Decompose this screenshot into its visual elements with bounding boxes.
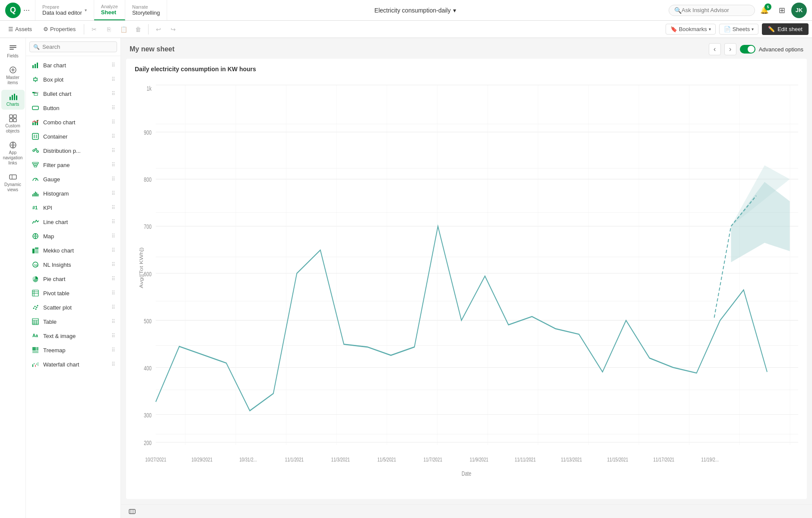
chart-item-distribution[interactable]: Distribution p... ⠿	[28, 144, 119, 158]
bookmarks-button[interactable]: 🔖 Bookmarks ▾	[666, 24, 716, 35]
app-title[interactable]: Electricity consumption-daily ▾	[374, 7, 457, 14]
sidebar-item-app-nav[interactable]: App navigation links	[1, 138, 25, 168]
notifications-button[interactable]: 🔔 5	[757, 3, 772, 18]
sidebar-item-custom-objects[interactable]: Custom objects	[1, 111, 25, 136]
chart-item-table[interactable]: Table ⠿	[28, 315, 119, 328]
sidebar-item-fields[interactable]: Fields	[1, 41, 25, 61]
sidebar-item-charts[interactable]: Charts	[1, 90, 25, 110]
gauge-drag-handle[interactable]: ⠿	[111, 176, 115, 182]
scatter-plot-drag-handle[interactable]: ⠿	[111, 304, 115, 310]
svg-text:10/27/2021: 10/27/2021	[145, 457, 166, 463]
text-image-drag-handle[interactable]: ⠿	[111, 333, 115, 339]
insight-advisor-search[interactable]: 🔍	[669, 5, 755, 16]
nav-dots-menu[interactable]: ···	[23, 6, 30, 15]
svg-rect-72	[36, 347, 38, 351]
qlik-logo[interactable]: Q	[5, 3, 21, 18]
sidebar-item-master-items[interactable]: Master items	[1, 63, 25, 88]
user-avatar[interactable]: JK	[791, 3, 807, 18]
search-icon: 🔍	[674, 7, 682, 14]
svg-point-36	[35, 148, 37, 150]
custom-objects-icon	[9, 114, 17, 123]
chart-item-mekko[interactable]: Mekko chart ⠿	[28, 243, 119, 257]
map-drag-handle[interactable]: ⠿	[111, 233, 115, 239]
advanced-options-toggle[interactable]	[740, 45, 755, 54]
svg-rect-6	[10, 97, 11, 100]
tab-analyze[interactable]: Analyze Sheet	[94, 0, 125, 20]
chart-item-pie[interactable]: Pie chart ⠿	[28, 272, 119, 286]
chart-item-box-plot[interactable]: Box plot ⠿	[28, 73, 119, 86]
svg-rect-117	[129, 509, 135, 514]
dynamic-views-icon	[9, 173, 17, 181]
chart-item-filter-pane[interactable]: Filter pane ⠿	[28, 158, 119, 172]
chart-item-scatter[interactable]: Scatter plot ⠿	[28, 300, 119, 314]
chart-item-line[interactable]: Line chart ⠿	[28, 215, 119, 229]
chart-item-histogram[interactable]: Histogram ⠿	[28, 186, 119, 200]
chart-item-treemap[interactable]: Treemap ⠿	[28, 343, 119, 357]
bullet-chart-drag-handle[interactable]: ⠿	[111, 91, 115, 97]
nl-insights-drag-handle[interactable]: ⠿	[111, 262, 115, 268]
tab-prepare[interactable]: Prepare Data load editor ▾	[35, 0, 94, 20]
cut-button[interactable]: ✂	[88, 23, 101, 36]
assets-icon: ☰	[8, 26, 13, 32]
insight-advisor-input[interactable]	[682, 7, 742, 13]
combo-chart-drag-handle[interactable]: ⠿	[111, 119, 115, 125]
redo-button[interactable]: ↪	[167, 23, 180, 36]
copy-button[interactable]: ⎘	[102, 23, 115, 36]
chart-item-kpi[interactable]: #1 KPI ⠿	[28, 201, 119, 215]
bullet-chart-icon	[31, 89, 40, 98]
chart-item-map[interactable]: Map ⠿	[28, 229, 119, 243]
charts-search-box[interactable]: 🔍	[29, 41, 117, 52]
bottom-panel-icon[interactable]	[126, 505, 138, 518]
box-plot-drag-handle[interactable]: ⠿	[111, 76, 115, 82]
chart-area: 1k 900 800 700 600 500 400 300 200 Avg([…	[135, 79, 798, 478]
chart-item-button[interactable]: Button ⠿	[28, 101, 119, 115]
waterfall-chart-drag-handle[interactable]: ⠿	[111, 361, 115, 367]
charts-search-area: 🔍	[26, 38, 121, 56]
charts-search-input[interactable]	[42, 44, 113, 50]
bar-chart-icon	[31, 61, 40, 69]
table-drag-handle[interactable]: ⠿	[111, 319, 115, 325]
button-drag-handle[interactable]: ⠿	[111, 105, 115, 111]
grid-icon: ⊞	[779, 6, 785, 15]
paste-button[interactable]: 📋	[117, 23, 130, 36]
chart-item-bar[interactable]: Bar chart ⠿	[28, 58, 119, 72]
toolbar-right: 🔖 Bookmarks ▾ 📄 Sheets ▾ ✏️ Edit sheet	[666, 23, 809, 35]
bar-chart-drag-handle[interactable]: ⠿	[111, 62, 115, 68]
chart-item-waterfall[interactable]: Waterfall chart ⠿	[28, 357, 119, 371]
treemap-drag-handle[interactable]: ⠿	[111, 347, 115, 353]
top-navigation: Q ··· Prepare Data load editor ▾ Analyze…	[0, 0, 812, 21]
toolbar-separator-2	[148, 24, 149, 35]
sheets-button[interactable]: 📄 Sheets ▾	[719, 24, 758, 35]
chart-item-gauge[interactable]: Gauge ⠿	[28, 172, 119, 186]
chart-item-text-image[interactable]: Aa Text & image ⠿	[28, 329, 119, 343]
pie-chart-drag-handle[interactable]: ⠿	[111, 276, 115, 282]
mekko-chart-drag-handle[interactable]: ⠿	[111, 247, 115, 253]
delete-button[interactable]: 🗑	[132, 23, 145, 36]
chart-item-pivot-table[interactable]: Pivot table ⠿	[28, 286, 119, 300]
svg-point-59	[33, 308, 35, 309]
kpi-drag-handle[interactable]: ⠿	[111, 205, 115, 211]
line-chart-drag-handle[interactable]: ⠿	[111, 219, 115, 225]
chart-item-combo[interactable]: Combo chart ⠿	[28, 115, 119, 129]
svg-rect-73	[32, 351, 38, 353]
tab-narrate[interactable]: Narrate Storytelling	[125, 0, 167, 20]
chart-item-nl-insights[interactable]: NL NL Insights ⠿	[28, 258, 119, 272]
undo-button[interactable]: ↩	[152, 23, 165, 36]
filter-pane-drag-handle[interactable]: ⠿	[111, 162, 115, 168]
svg-rect-9	[16, 95, 17, 100]
distribution-drag-handle[interactable]: ⠿	[111, 148, 115, 154]
container-drag-handle[interactable]: ⠿	[111, 133, 115, 139]
edit-sheet-button[interactable]: ✏️ Edit sheet	[762, 23, 809, 35]
assets-button[interactable]: ☰ Assets	[3, 24, 37, 35]
chart-title: Daily electricity consumption in KW hour…	[135, 66, 798, 73]
charts-icon	[9, 92, 17, 101]
pivot-table-drag-handle[interactable]: ⠿	[111, 290, 115, 296]
apps-grid-button[interactable]: ⊞	[774, 3, 790, 18]
sheet-prev-button[interactable]: ‹	[709, 43, 721, 55]
histogram-drag-handle[interactable]: ⠿	[111, 190, 115, 196]
sidebar-item-dynamic-views[interactable]: Dynamic views	[1, 170, 25, 195]
sheet-next-button[interactable]: ›	[724, 43, 736, 55]
chart-item-container[interactable]: Container ⠿	[28, 130, 119, 143]
properties-button[interactable]: ⚙ Properties	[38, 24, 80, 35]
chart-item-bullet[interactable]: Bullet chart ⠿	[28, 87, 119, 101]
